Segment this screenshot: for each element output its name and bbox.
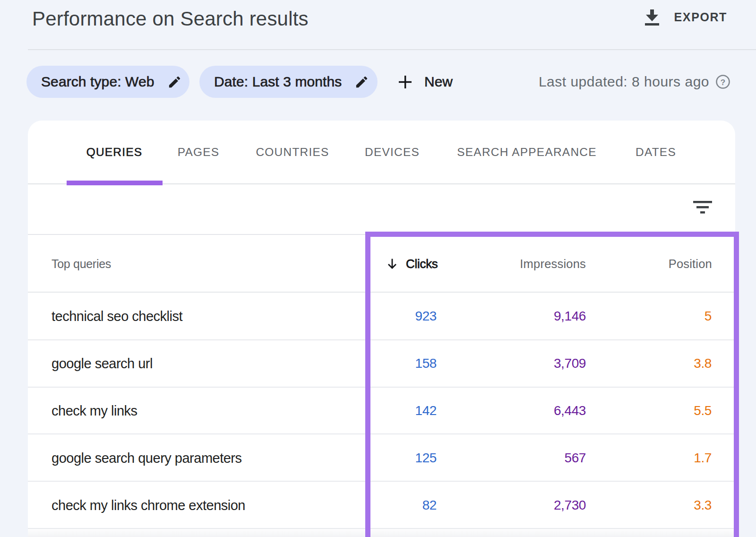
query-cell: check my links chrome extension bbox=[52, 482, 245, 529]
position-cell: 5.5 bbox=[694, 387, 712, 434]
help-icon[interactable]: ? bbox=[715, 74, 730, 89]
tab-countries[interactable]: COUNTRIES bbox=[256, 121, 329, 184]
query-cell: technical seo checklist bbox=[52, 293, 182, 340]
search-type-chip[interactable]: Search type: Web bbox=[26, 66, 189, 98]
sort-descending-icon bbox=[387, 258, 398, 270]
page-title: Performance on Search results bbox=[32, 8, 309, 30]
tab-queries[interactable]: QUERIES bbox=[86, 121, 143, 184]
clicks-cell: 142 bbox=[415, 387, 437, 434]
report-card: QUERIES PAGES COUNTRIES DEVICES SEARCH A… bbox=[28, 121, 735, 537]
download-icon bbox=[644, 9, 660, 26]
edit-pencil-icon bbox=[354, 75, 369, 89]
position-cell: 5 bbox=[704, 293, 712, 340]
impressions-cell: 2,730 bbox=[554, 482, 586, 529]
impressions-cell: 9,146 bbox=[554, 293, 586, 340]
table-row[interactable]: check my links chrome extension 82 2,730… bbox=[28, 482, 735, 529]
column-header-clicks[interactable]: Clicks bbox=[387, 235, 438, 292]
export-button[interactable]: EXPORT bbox=[644, 6, 727, 28]
query-cell: google search query parameters bbox=[52, 434, 242, 482]
svg-text:?: ? bbox=[721, 78, 725, 87]
position-cell: 3.3 bbox=[694, 482, 712, 529]
active-tab-indicator bbox=[67, 181, 163, 185]
table-row[interactable]: google search url 158 3,709 3.8 bbox=[28, 340, 735, 387]
search-type-chip-label: Search type: Web bbox=[41, 74, 155, 90]
column-header-top-queries: Top queries bbox=[52, 235, 111, 292]
position-cell: 3.8 bbox=[694, 340, 712, 387]
position-cell: 1.7 bbox=[694, 434, 712, 482]
query-cell: check my links bbox=[52, 387, 137, 434]
tab-devices[interactable]: DEVICES bbox=[365, 121, 420, 184]
date-chip-label: Date: Last 3 months bbox=[214, 74, 342, 90]
new-filter-button[interactable]: New bbox=[398, 66, 453, 98]
header-divider bbox=[28, 49, 756, 50]
export-label: EXPORT bbox=[674, 10, 727, 24]
impressions-cell: 6,443 bbox=[554, 387, 586, 434]
column-header-position[interactable]: Position bbox=[669, 235, 712, 292]
tab-search-appearance[interactable]: SEARCH APPEARANCE bbox=[457, 121, 596, 184]
table-row[interactable]: google search query parameters 125 567 1… bbox=[28, 434, 735, 482]
date-chip[interactable]: Date: Last 3 months bbox=[199, 66, 378, 98]
clicks-cell: 125 bbox=[415, 434, 437, 482]
table-row[interactable]: check my links 142 6,443 5.5 bbox=[28, 387, 735, 434]
filter-icon[interactable] bbox=[693, 200, 713, 220]
table-footer-strip bbox=[28, 529, 735, 537]
clicks-cell: 82 bbox=[422, 482, 437, 529]
last-updated: Last updated: 8 hours ago ? bbox=[539, 66, 730, 98]
new-filter-label: New bbox=[424, 74, 453, 90]
table-row[interactable]: technical seo checklist 923 9,146 5 bbox=[28, 293, 735, 340]
clicks-cell: 158 bbox=[415, 340, 437, 387]
impressions-cell: 567 bbox=[564, 434, 586, 482]
plus-icon bbox=[398, 75, 412, 89]
edit-pencil-icon bbox=[167, 75, 182, 89]
clicks-cell: 923 bbox=[415, 293, 437, 340]
column-header-clicks-label: Clicks bbox=[406, 257, 438, 271]
tab-dates[interactable]: DATES bbox=[636, 121, 676, 184]
last-updated-text: Last updated: 8 hours ago bbox=[539, 74, 709, 90]
tab-pages[interactable]: PAGES bbox=[178, 121, 220, 184]
column-header-impressions[interactable]: Impressions bbox=[520, 235, 586, 292]
impressions-cell: 3,709 bbox=[554, 340, 586, 387]
table-top-divider bbox=[28, 234, 735, 235]
query-cell: google search url bbox=[52, 340, 153, 387]
